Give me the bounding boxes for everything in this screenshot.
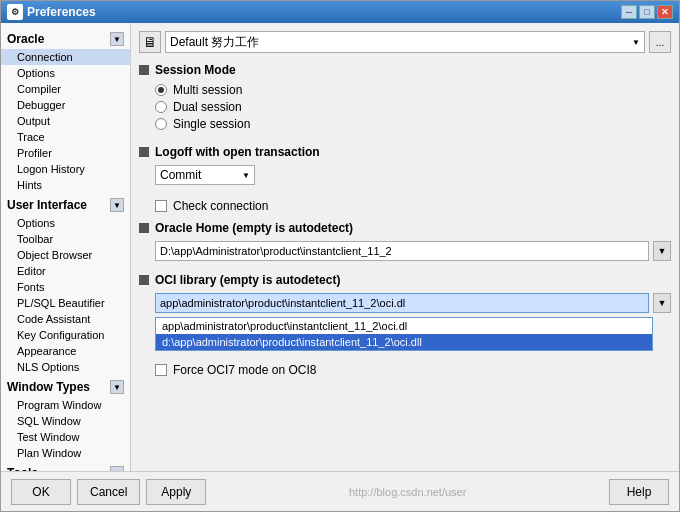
radio-single-session-circle [155, 118, 167, 130]
sidebar-item-debugger[interactable]: Debugger [1, 97, 130, 113]
sidebar-item-plan-window[interactable]: Plan Window [1, 445, 130, 461]
sidebar-ui-label: User Interface [7, 198, 87, 212]
sidebar-oracle-label: Oracle [7, 32, 44, 46]
sidebar-item-appearance[interactable]: Appearance [1, 343, 130, 359]
oci-library-indicator [139, 275, 149, 285]
oracle-home-input[interactable] [155, 241, 649, 261]
check-connection-row[interactable]: Check connection [139, 199, 671, 213]
logoff-select[interactable]: Commit ▼ [155, 165, 255, 185]
session-mode-header: Session Mode [139, 63, 671, 77]
sidebar: Oracle ▼ Connection Options Compiler Deb… [1, 23, 131, 471]
maximize-button[interactable]: □ [639, 5, 655, 19]
sidebar-ui-dropdown[interactable]: ▼ [110, 198, 124, 212]
footer-buttons: OK Cancel Apply [11, 479, 206, 505]
logoff-select-arrow-icon: ▼ [242, 171, 250, 180]
sidebar-item-editor[interactable]: Editor [1, 263, 130, 279]
minimize-button[interactable]: ─ [621, 5, 637, 19]
oci-library-title: OCI library (empty is autodetect) [155, 273, 340, 287]
help-button[interactable]: Help [609, 479, 669, 505]
session-mode-indicator [139, 65, 149, 75]
close-button[interactable]: ✕ [657, 5, 673, 19]
force-oci7-label: Force OCI7 mode on OCI8 [173, 363, 316, 377]
oracle-home-dropdown-button[interactable]: ▼ [653, 241, 671, 261]
profile-dropdown[interactable]: Default 努力工作 ▼ [165, 31, 645, 53]
sidebar-oracle-dropdown[interactable]: ▼ [110, 32, 124, 46]
profile-label: Default 努力工作 [170, 34, 259, 51]
sidebar-item-toolbar[interactable]: Toolbar [1, 231, 130, 247]
apply-button[interactable]: Apply [146, 479, 206, 505]
main-panel: 🖥 Default 努力工作 ▼ ... Session Mode Multi … [131, 23, 679, 471]
oci-dropdown-item-1[interactable]: app\administrator\product\instantclient_… [156, 318, 652, 334]
sidebar-windowtypes-label: Window Types [7, 380, 90, 394]
sidebar-item-plsql-beautifier[interactable]: PL/SQL Beautifier [1, 295, 130, 311]
sidebar-item-connection[interactable]: Connection [1, 49, 130, 65]
sidebar-item-options-ui[interactable]: Options [1, 215, 130, 231]
radio-dual-session-circle [155, 101, 167, 113]
sidebar-item-output[interactable]: Output [1, 113, 130, 129]
oci-library-input-row: ▼ [139, 293, 671, 313]
oracle-home-header: Oracle Home (empty is autodetect) [139, 221, 671, 235]
radio-single-session[interactable]: Single session [155, 117, 671, 131]
radio-dual-session-label: Dual session [173, 100, 242, 114]
logoff-select-value: Commit [160, 168, 201, 182]
session-mode-radio-group: Multi session Dual session Single sessio… [139, 83, 671, 131]
oci-library-input[interactable] [155, 293, 649, 313]
radio-multi-session-circle [155, 84, 167, 96]
sidebar-item-compiler[interactable]: Compiler [1, 81, 130, 97]
sidebar-item-program-window[interactable]: Program Window [1, 397, 130, 413]
session-mode-title: Session Mode [155, 63, 236, 77]
oci-library-dropdown-button[interactable]: ▼ [653, 293, 671, 313]
session-mode-section: Session Mode Multi session Dual session … [139, 63, 671, 137]
sidebar-item-key-configuration[interactable]: Key Configuration [1, 327, 130, 343]
radio-multi-session[interactable]: Multi session [155, 83, 671, 97]
sidebar-item-logon-history[interactable]: Logon History [1, 161, 130, 177]
logoff-title: Logoff with open transaction [155, 145, 320, 159]
sidebar-item-sql-window[interactable]: SQL Window [1, 413, 130, 429]
sidebar-windowtypes-dropdown[interactable]: ▼ [110, 380, 124, 394]
sidebar-item-code-assistant[interactable]: Code Assistant [1, 311, 130, 327]
check-connection-checkbox[interactable] [155, 200, 167, 212]
sidebar-oracle-section: Oracle ▼ [1, 29, 130, 49]
titlebar-icon: ⚙ [7, 4, 23, 20]
oci-dropdown-item-2[interactable]: d:\app\administrator\product\instantclie… [156, 334, 652, 350]
titlebar-buttons: ─ □ ✕ [621, 5, 673, 19]
titlebar: ⚙ Preferences ─ □ ✕ [1, 1, 679, 23]
profile-dropdown-arrow-icon: ▼ [632, 38, 640, 47]
sidebar-item-trace[interactable]: Trace [1, 129, 130, 145]
profile-icon: 🖥 [139, 31, 161, 53]
sidebar-item-test-window[interactable]: Test Window [1, 429, 130, 445]
footer: OK Cancel Apply http://blog.csdn.net/use… [1, 471, 679, 511]
cancel-button[interactable]: Cancel [77, 479, 140, 505]
sidebar-item-fonts[interactable]: Fonts [1, 279, 130, 295]
sidebar-tools-section: Tools ▼ [1, 463, 130, 471]
sidebar-item-object-browser[interactable]: Object Browser [1, 247, 130, 263]
sidebar-item-nls-options[interactable]: NLS Options [1, 359, 130, 375]
content-area: Oracle ▼ Connection Options Compiler Deb… [1, 23, 679, 471]
watermark-text: http://blog.csdn.net/user [206, 486, 609, 498]
oci-library-section: OCI library (empty is autodetect) ▼ app\… [139, 273, 671, 351]
logoff-header: Logoff with open transaction [139, 145, 671, 159]
sidebar-item-profiler[interactable]: Profiler [1, 145, 130, 161]
oracle-home-input-row: ▼ [139, 241, 671, 261]
profile-more-button[interactable]: ... [649, 31, 671, 53]
titlebar-title: Preferences [27, 5, 621, 19]
sidebar-item-hints[interactable]: Hints [1, 177, 130, 193]
logoff-section: Logoff with open transaction Commit ▼ [139, 145, 671, 191]
oci-library-header: OCI library (empty is autodetect) [139, 273, 671, 287]
sidebar-ui-section: User Interface ▼ [1, 195, 130, 215]
check-connection-label: Check connection [173, 199, 268, 213]
sidebar-item-options-oracle[interactable]: Options [1, 65, 130, 81]
profile-bar: 🖥 Default 努力工作 ▼ ... [139, 31, 671, 53]
oracle-home-title: Oracle Home (empty is autodetect) [155, 221, 353, 235]
force-oci7-checkbox[interactable] [155, 364, 167, 376]
sidebar-windowtypes-section: Window Types ▼ [1, 377, 130, 397]
logoff-indicator [139, 147, 149, 157]
radio-single-session-label: Single session [173, 117, 250, 131]
preferences-window: ⚙ Preferences ─ □ ✕ Oracle ▼ Connection … [0, 0, 680, 512]
force-oci7-row[interactable]: Force OCI7 mode on OCI8 [139, 363, 671, 377]
radio-multi-session-label: Multi session [173, 83, 242, 97]
oracle-home-indicator [139, 223, 149, 233]
radio-dual-session[interactable]: Dual session [155, 100, 671, 114]
ok-button[interactable]: OK [11, 479, 71, 505]
logoff-select-row: Commit ▼ [139, 165, 671, 185]
